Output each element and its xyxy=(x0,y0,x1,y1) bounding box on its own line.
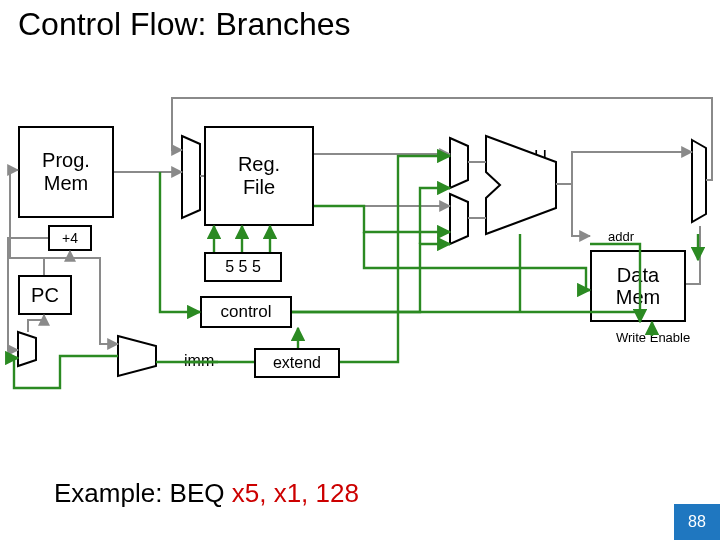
block-555: 5 5 5 xyxy=(204,252,282,282)
plus-icon: + xyxy=(133,345,145,368)
block-plus4: +4 xyxy=(48,225,92,251)
example-prefix: Example: BEQ xyxy=(54,478,232,508)
label-imm: imm xyxy=(184,352,214,370)
block-reg-file: Reg. File xyxy=(204,126,314,226)
diagram-slide: Control Flow: Branches Prog. Mem Reg. Fi… xyxy=(0,0,720,540)
slide-title: Control Flow: Branches xyxy=(18,6,351,43)
label-write-enable: Write Enable xyxy=(616,330,690,345)
block-prog-mem: Prog. Mem xyxy=(18,126,114,218)
example-text: Example: BEQ x5, x1, 128 xyxy=(54,478,359,509)
block-control: control xyxy=(200,296,292,328)
label-alu: ALU xyxy=(512,147,547,168)
example-args: x5, x1, 128 xyxy=(232,478,359,508)
block-data-mem: Data Mem xyxy=(590,250,686,322)
block-plus: + xyxy=(122,340,156,372)
block-extend: extend xyxy=(254,348,340,378)
page-number-badge: 88 xyxy=(674,504,720,540)
label-addr: addr xyxy=(608,229,634,244)
block-pc: PC xyxy=(18,275,72,315)
